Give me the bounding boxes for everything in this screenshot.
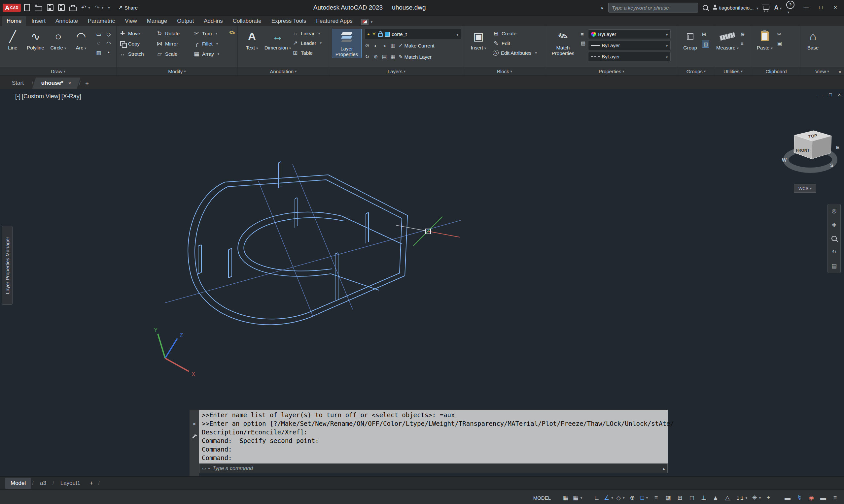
model-space-toggle[interactable]: MODEL <box>531 492 553 504</box>
zoom-icon[interactable] <box>831 236 837 241</box>
ribbon-extra-tool[interactable] <box>361 19 373 25</box>
linear-button[interactable]: ↔Linear <box>292 30 322 37</box>
annotation-scale-button[interactable]: 1:1 <box>734 492 750 504</box>
save-button[interactable] <box>47 4 53 11</box>
copy-clip-icon[interactable]: ▣ <box>777 40 782 47</box>
layout-tab-a3[interactable]: a3 <box>35 478 52 489</box>
dimension-button[interactable]: ↔ Dimension <box>266 29 289 51</box>
lineweight-combo-arrow-icon[interactable] <box>666 42 668 48</box>
grid-display-icon[interactable]: ▦ <box>560 492 571 504</box>
ribbon-tab-collaborate[interactable]: Collaborate <box>228 16 266 26</box>
ribbon-tab-insert[interactable]: Insert <box>27 16 50 26</box>
mirror-button[interactable]: ⋈Mirror <box>156 40 193 47</box>
modify-panel-title[interactable]: Modify <box>117 67 237 75</box>
layers-panel-title[interactable]: Layers <box>329 67 464 75</box>
save-as-button[interactable] <box>58 4 65 11</box>
autoscale-icon[interactable]: △ <box>722 492 733 504</box>
file-tab-start[interactable]: Start <box>5 77 31 89</box>
leader-button[interactable]: ↗Leader <box>292 40 322 47</box>
edit-attributes-button[interactable]: AEdit Attributes <box>493 50 537 56</box>
layer-lock-icon[interactable] <box>378 33 383 37</box>
layer-off-icon[interactable]: ⊘ <box>364 42 370 49</box>
minimize-button[interactable]: — <box>799 1 814 15</box>
showmotion-icon[interactable]: ▤ <box>831 263 837 269</box>
account-button[interactable]: tiagobonifacio... <box>712 5 758 11</box>
maximize-button[interactable]: □ <box>814 1 828 15</box>
layout-tab-layout1[interactable]: Layout1 <box>55 478 86 489</box>
viewport-minimize-control[interactable]: [-] <box>15 93 20 100</box>
viewcube-west-label[interactable]: W <box>782 157 787 163</box>
arc-button[interactable]: ◠ Arc <box>71 29 91 51</box>
full-navigation-wheel-icon[interactable]: ◎ <box>832 208 837 214</box>
point-icon[interactable]: • <box>104 48 114 57</box>
ucs-icon[interactable]: Y Z X <box>154 327 195 377</box>
snap-mode-icon[interactable]: ▦ <box>572 492 583 504</box>
layer-freeze-icon[interactable]: ◑ <box>381 43 387 49</box>
search-input[interactable] <box>608 3 698 13</box>
polyline-button[interactable]: ∿ Polyline <box>25 29 46 51</box>
layer-select-combo[interactable]: ● ☀ corte_t <box>364 29 461 39</box>
circle-button[interactable]: ○ Circle <box>48 29 68 51</box>
insert-block-button[interactable]: ▣ Insert <box>467 29 490 51</box>
viewport-view-control[interactable]: [Custom View] <box>22 93 60 100</box>
units-display-icon[interactable]: ▬ <box>782 492 793 504</box>
elliptical-arc-icon[interactable]: ◠ <box>104 39 114 48</box>
edit-block-button[interactable]: ✎Edit <box>493 40 537 47</box>
layer-thaw-sun-icon[interactable]: ☀ <box>372 31 376 37</box>
properties-palette-icon[interactable]: ▤ <box>581 40 585 46</box>
color-combo-arrow-icon[interactable] <box>666 31 668 37</box>
search-icon[interactable] <box>703 5 708 10</box>
new-layout-button[interactable]: + <box>86 478 97 488</box>
ribbon-tab-express-tools[interactable]: Express Tools <box>267 16 311 26</box>
command-customize-wrench-icon[interactable] <box>192 433 197 439</box>
command-close-icon[interactable]: × <box>193 421 196 428</box>
polygon-icon[interactable]: ◇ <box>104 29 114 39</box>
ribbon-overflow-icon[interactable]: » <box>839 69 841 74</box>
viewport-restore-icon[interactable]: □ <box>829 92 832 97</box>
stretch-button[interactable]: ↔Stretch <box>119 51 156 57</box>
layer-isolate-icon[interactable]: ◐ <box>373 43 379 49</box>
ribbon-tab-annotate[interactable]: Annotate <box>51 16 83 26</box>
view-panel-title[interactable]: View <box>800 67 844 75</box>
ribbon-tab-output[interactable]: Output <box>172 16 199 26</box>
wcs-dropdown[interactable]: WCS <box>794 184 816 193</box>
properties-list-icon[interactable]: ≡ <box>581 31 585 37</box>
cut-icon[interactable]: ✂ <box>777 31 782 37</box>
layer-restore-icon[interactable]: ↻ <box>364 54 370 60</box>
recent-commands-icon[interactable] <box>208 466 210 471</box>
ribbon-tab-addins[interactable]: Add-ins <box>199 16 227 26</box>
command-scroll-up-icon[interactable]: ▴ <box>663 466 665 471</box>
ribbon-tab-view[interactable]: View <box>120 16 142 26</box>
object-snap-tracking-icon[interactable]: ⊕ <box>627 492 638 504</box>
annotation-monitor-plus-icon[interactable]: + <box>763 492 774 504</box>
properties-panel-title[interactable]: Properties <box>545 67 678 75</box>
layer-walk-icon[interactable]: ▤ <box>381 54 387 60</box>
lineweight-display-icon[interactable]: ≡ <box>651 492 662 504</box>
new-file-button[interactable] <box>24 4 30 11</box>
ribbon-tab-parametric[interactable]: Parametric <box>83 16 120 26</box>
ribbon-tab-home[interactable]: Home <box>2 16 26 26</box>
viewcube-front-label[interactable]: FRONT <box>796 148 810 153</box>
plot-button[interactable] <box>69 4 76 11</box>
block-panel-title[interactable]: Block <box>464 67 545 75</box>
ribbon-tab-manage[interactable]: Manage <box>142 16 172 26</box>
dynamic-ucs-icon[interactable]: ⊥ <box>698 492 709 504</box>
ellipse-icon[interactable]: ◌ <box>94 39 104 48</box>
viewcube-south-label[interactable]: S <box>830 162 833 168</box>
object-snap-icon[interactable]: □ <box>639 492 650 504</box>
annotation-visibility-icon[interactable]: ▲ <box>710 492 721 504</box>
redo-button[interactable]: ↷ <box>95 5 104 11</box>
transparency-icon[interactable]: ▩ <box>662 492 674 504</box>
rotate-button[interactable]: ↻Rotate <box>156 30 193 37</box>
cart-icon[interactable] <box>763 6 769 10</box>
viewport-visual-style-control[interactable]: [X-Ray] <box>62 93 81 100</box>
help-button[interactable]: ? <box>786 1 794 15</box>
qat-customize-button[interactable] <box>108 6 110 10</box>
move-button[interactable]: ✚Move <box>119 30 156 37</box>
command-history[interactable]: >>Enter name list of layer(s) to turn of… <box>199 410 668 464</box>
layer-properties-button[interactable]: Layer Properties <box>332 29 362 58</box>
quick-calc-icon[interactable]: ≡ <box>741 40 745 46</box>
id-point-icon[interactable]: ⊕ <box>741 31 745 37</box>
layout-tab-model[interactable]: Model <box>5 478 31 489</box>
open-button[interactable] <box>35 4 42 11</box>
